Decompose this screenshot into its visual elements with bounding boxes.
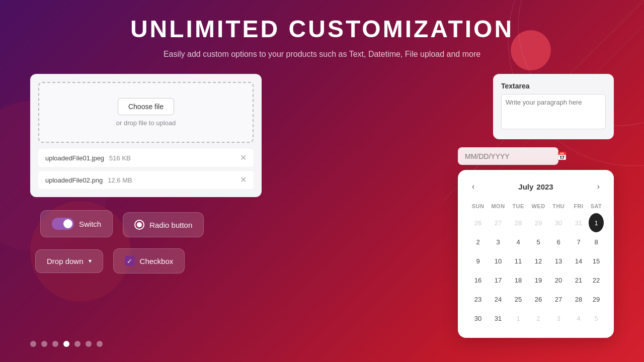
dropdown-label: Drop down (47, 257, 84, 265)
file-size-2: 12.6 MB (108, 176, 132, 184)
calendar-day[interactable]: 19 (528, 270, 548, 290)
file-upload-widget: Choose file or drop file to upload uploa… (30, 74, 262, 197)
calendar-day[interactable]: 3 (548, 309, 569, 328)
calendar-prev-button[interactable]: ‹ (468, 180, 478, 193)
calendar-day[interactable]: 27 (488, 213, 508, 232)
calendar-grid: SUNMONTUEWEDTHUFRISAT 262728293031123456… (468, 201, 604, 328)
calendar-day[interactable]: 4 (569, 309, 589, 328)
radio-label: Radio button (149, 221, 192, 229)
calendar-next-button[interactable]: › (593, 180, 604, 193)
calendar-day[interactable]: 24 (488, 290, 508, 309)
calendar-day[interactable]: 10 (488, 251, 508, 270)
calendar-day[interactable]: 30 (548, 213, 569, 232)
calendar-week-row: 2627282930311 (468, 213, 604, 232)
calendar-weekday-thu: THU (548, 201, 569, 213)
calendar-weekdays-row: SUNMONTUEWEDTHUFRISAT (468, 201, 604, 213)
calendar-day[interactable]: 4 (508, 232, 528, 251)
calendar-weekday-wed: WED (528, 201, 548, 213)
calendar-week-row: 2345678 (468, 232, 604, 251)
calendar-day[interactable]: 12 (528, 251, 548, 270)
calendar-day[interactable]: 26 (468, 213, 488, 232)
radio-button[interactable] (134, 220, 144, 230)
checkbox-box[interactable]: ✓ (125, 256, 135, 266)
calendar-day[interactable]: 27 (548, 290, 569, 309)
calendar-day[interactable]: 20 (548, 270, 569, 290)
calendar-day[interactable]: 17 (488, 270, 508, 290)
calendar-day[interactable]: 2 (528, 309, 548, 328)
calendar-day[interactable]: 1 (508, 309, 528, 328)
calendar-weekday-tue: TUE (508, 201, 528, 213)
calendar-icon[interactable]: 📅 (557, 151, 567, 161)
calendar-week-row: 16171819202122 (468, 270, 604, 290)
calendar-weekday-sun: SUN (468, 201, 488, 213)
file-close-2[interactable]: ✕ (240, 176, 247, 184)
calendar-day[interactable]: 15 (589, 251, 604, 270)
calendar-day[interactable]: 3 (488, 232, 508, 251)
file-size-1: 516 KB (109, 154, 131, 162)
calendar-header: ‹ July 2023 › (468, 180, 604, 193)
drop-hint: or drop file to upload (49, 119, 243, 127)
calendar-widget: ‹ July 2023 › SUNMONTUEWEDTHUFRISAT (458, 170, 614, 338)
calendar-day[interactable]: 23 (468, 290, 488, 309)
calendar-week-row: 9101112131415 (468, 251, 604, 270)
calendar-day[interactable]: 28 (508, 213, 528, 232)
calendar-weekday-fri: FRI (569, 201, 589, 213)
calendar-day[interactable]: 16 (468, 270, 488, 290)
calendar-day[interactable]: 30 (468, 309, 488, 328)
calendar-day[interactable]: 6 (548, 232, 569, 251)
calendar-day[interactable]: 13 (548, 251, 569, 270)
textarea-field[interactable] (501, 94, 606, 129)
calendar-weekday-sat: SAT (589, 201, 604, 213)
calendar-day[interactable]: 14 (569, 251, 589, 270)
checkbox-label: Checkbox (140, 257, 174, 265)
textarea-widget: Textarea (493, 74, 614, 139)
switch-widget[interactable]: Switch (40, 210, 113, 237)
switch-label: Switch (79, 220, 101, 228)
calendar-day[interactable]: 31 (569, 213, 589, 232)
calendar-day[interactable]: 11 (508, 251, 528, 270)
file-item-2: uploadedFile02.png 12.6 MB ✕ (38, 171, 254, 189)
calendar-day[interactable]: 8 (589, 232, 604, 251)
switch-thumb (63, 219, 72, 228)
calendar-day[interactable]: 22 (589, 270, 604, 290)
calendar-day[interactable]: 2 (468, 232, 488, 251)
calendar-day[interactable]: 29 (528, 213, 548, 232)
file-drop-zone[interactable]: Choose file or drop file to upload (38, 82, 254, 143)
radio-inner (137, 222, 142, 227)
calendar-day[interactable]: 31 (488, 309, 508, 328)
calendar-week-row: 303112345 (468, 309, 604, 328)
file-close-1[interactable]: ✕ (240, 154, 247, 162)
date-input[interactable] (465, 152, 553, 160)
textarea-title: Textarea (501, 82, 606, 90)
calendar-day[interactable]: 18 (508, 270, 528, 290)
calendar-day[interactable]: 7 (569, 232, 589, 251)
checkmark-icon: ✓ (127, 257, 132, 265)
date-input-container: 📅 (458, 147, 558, 165)
choose-file-button[interactable]: Choose file (118, 98, 174, 115)
calendar-year: 2023 (536, 183, 553, 191)
calendar-day[interactable]: 5 (528, 232, 548, 251)
calendar-weekday-mon: MON (488, 201, 508, 213)
calendar-body: 2627282930311234567891011121314151617181… (468, 213, 604, 328)
calendar-day[interactable]: 21 (569, 270, 589, 290)
file-item-1: uploadedFile01.jpeg 516 KB ✕ (38, 149, 254, 167)
calendar-month: July (518, 183, 533, 191)
dropdown-widget[interactable]: Drop down ▾ (35, 249, 103, 273)
calendar-day[interactable]: 5 (589, 309, 604, 328)
chevron-down-icon: ▾ (89, 257, 92, 264)
calendar-day[interactable]: 29 (589, 290, 604, 309)
file-name-1: uploadedFile01.jpeg (45, 154, 104, 162)
checkbox-widget[interactable]: ✓ Checkbox (113, 248, 185, 274)
calendar-day[interactable]: 1 (589, 213, 604, 232)
calendar-week-row: 23242526272829 (468, 290, 604, 309)
radio-widget[interactable]: Radio button (123, 212, 204, 237)
calendar-day[interactable]: 9 (468, 251, 488, 270)
page-title: UNLIMITED CUSTOMIZATION (30, 15, 614, 43)
calendar-day[interactable]: 28 (569, 290, 589, 309)
page-subtitle: Easily add custom options to your produc… (30, 50, 614, 59)
calendar-day[interactable]: 26 (528, 290, 548, 309)
calendar-day[interactable]: 25 (508, 290, 528, 309)
switch-toggle[interactable] (52, 218, 74, 230)
file-name-2: uploadedFile02.png (45, 176, 103, 184)
